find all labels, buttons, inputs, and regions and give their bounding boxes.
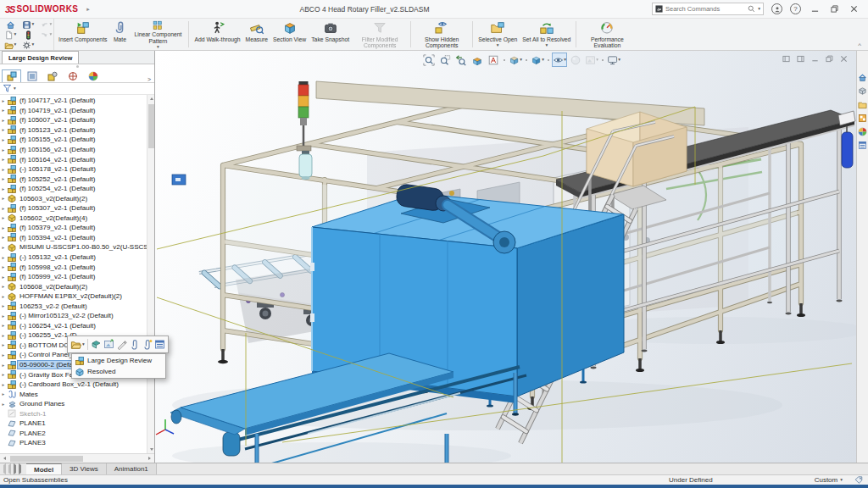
ribbon-insert-components-button[interactable]: Insert Components [56,19,109,49]
panel-tab-dimxpert[interactable] [63,69,82,82]
search-scope-caret[interactable]: ▾ [758,7,760,12]
tree-item[interactable]: Sketch-1 [0,409,147,419]
tree-item[interactable]: PLANE2 [0,429,147,439]
panel-tab-overflow[interactable]: > [147,76,153,82]
taskpane-appearances-tab[interactable] [858,127,867,136]
doc-close-button[interactable] [840,55,848,63]
tree-vertical-scrollbar[interactable] [147,95,154,453]
ribbon-section-view-button[interactable]: Section View [270,19,309,49]
scroll-thumb-h[interactable] [10,456,83,462]
tree-item[interactable]: ▸(-) Cardboard Box_v2-1 (Default) [0,380,147,390]
tree-item[interactable]: PLANE3 [0,438,147,448]
qa-home-button[interactable] [6,20,15,30]
ctx-open-button[interactable]: ▾ [70,339,85,350]
scroll-down-icon[interactable] [147,446,154,453]
scroll-up-icon[interactable] [147,95,154,103]
qa-save-button[interactable]: ▾ [22,20,35,30]
menu-item-resolved[interactable]: Resolved [72,366,165,377]
hud-apply-scene-button[interactable]: ▾ [584,53,599,67]
tree-horizontal-scrollbar[interactable] [0,453,154,463]
tab-first-icon[interactable] [3,465,6,473]
search-commands-box[interactable]: ▾ [652,3,764,15]
scroll-right-icon[interactable] [145,454,154,463]
hud-edit-appearance-button[interactable] [568,53,583,67]
panel-tab-property[interactable] [22,69,42,82]
doc-pane-right-button[interactable] [797,55,804,63]
tab-last-icon[interactable] [19,465,21,473]
tree-item[interactable]: ▸(f) 105394_v2-1 (Default) [0,233,147,243]
panel-tab-features[interactable] [2,69,21,82]
toolbar-expand-icon[interactable]: ▸ [86,6,90,13]
tree-item[interactable]: ▸(-) Mirror105123_v2-2 (Default) [0,311,147,321]
qa-open-button[interactable]: ▾ [4,41,17,50]
custom-properties-dropdown[interactable]: Custom ▾ [815,476,843,484]
tree-item[interactable]: ▸HOFFMAN E1PBX_v2(Default)(2) [0,291,147,302]
scroll-left-icon[interactable] [0,454,9,463]
tree-item[interactable]: ▸(f) 105155_v2-1 (Default) [0,135,147,145]
panel-tab-display[interactable] [83,69,103,82]
ctx-mate-clip-button[interactable] [129,339,140,350]
viewport-3d-scene[interactable] [155,51,856,463]
tree-item[interactable]: ▸(f) 105254_v2-1 (Default) [0,184,147,194]
tag-editor-icon[interactable] [854,476,863,485]
filter-icon[interactable] [3,84,12,93]
hud-annotation-views-button[interactable] [486,53,501,67]
ctx-isolate-button[interactable] [91,339,102,350]
tree-item[interactable]: ▸(f) 105307_v2-1 (Default) [0,203,147,214]
taskpane-view-palette-tab[interactable] [858,114,867,123]
tree-item[interactable]: ▸(f) 104717_v2-1 (Default) [0,96,147,106]
help-icon[interactable]: ? [790,3,801,14]
tree-item[interactable]: ▸(f) 105998_v2-1 (Default) [0,262,147,272]
ribbon-filter-modified-button[interactable]: Filter Modified Components [352,19,408,49]
ribbon-linear-pattern-button[interactable]: Linear Component Pattern▾ [130,19,186,49]
tree-item[interactable]: ▸(-) 105178_v2-1 (Default) [0,164,147,175]
tree-item[interactable]: ▸105602_v2(Default)(4) [0,214,147,224]
qa-options-button[interactable]: ▾ [22,41,35,50]
taskpane-custom-properties-tab[interactable] [858,141,867,150]
doc-tab-3d-views[interactable]: 3D Views [62,463,107,474]
tree-item[interactable]: ▸(-) 105132_v2-1 (Default) [0,252,147,263]
hud-previous-view-button[interactable] [453,53,469,67]
ctx-smart-mate-button[interactable] [142,339,153,350]
cardboard-box[interactable] [587,112,687,186]
ribbon-show-hidden-button[interactable]: Show Hidden Components [414,19,470,49]
ctx-preview-window-button[interactable] [103,339,114,350]
tree-item[interactable]: ▸105603_v2(Default)(2) [0,193,147,203]
hud-section-view-hud-button[interactable] [470,53,485,67]
tree-item[interactable]: ▸105608_v2(Default)(2) [0,281,147,291]
doc-tab-animation1[interactable]: Animation1 [107,463,157,474]
qa-undo-button[interactable]: ▾ [40,20,53,30]
tree-item[interactable]: ▸Mates [0,389,147,399]
qa-new-document-button[interactable]: ▾ [4,30,17,40]
tree-item[interactable]: ▸(f) 105999_v2-1 (Default) [0,272,147,282]
filter-caret[interactable]: ▾ [14,86,16,92]
signal-tower[interactable] [297,81,312,180]
tree-item[interactable]: ▸106253_v2-2 (Default) [0,301,147,311]
hud-view-orientation-button[interactable]: ▾ [508,53,523,67]
doc-restore-button[interactable] [826,55,833,63]
ctx-component-properties-button[interactable] [154,339,165,350]
tree-item[interactable]: ▸MISUMI U-SSCSP1.00-B0.50_v2(U-SSCSP(304… [0,242,147,252]
taskpane-home-tab[interactable] [858,73,867,82]
hud-display-style-button[interactable]: ▾ [530,53,545,67]
hud-hide-show-items-button[interactable]: ▾ [552,53,567,67]
tree-item[interactable]: ▸Ground Planes [0,399,147,409]
ribbon-walkthrough-button[interactable]: Add Walk-through [192,19,242,49]
tree-item[interactable]: PLANE1 [0,419,147,429]
ribbon-measure-button[interactable]: Measure [243,19,270,49]
search-input[interactable] [665,5,745,13]
ribbon-performance-button[interactable]: Performance Evaluation [579,19,635,49]
scroll-thumb[interactable] [148,104,154,148]
taskpane-resources-tab[interactable] [858,86,867,96]
tree-item[interactable]: ▸(f) 104719_v2-1 (Default) [0,106,147,116]
search-icon[interactable] [748,5,755,13]
tree-item[interactable]: ▸(f) 105252_v2-1 (Default) [0,174,147,184]
taskpane-design-library-tab[interactable] [858,100,867,109]
close-button[interactable] [848,3,860,15]
doc-tab-model[interactable]: Model [26,463,62,474]
ribbon-snapshot-button[interactable]: Take Snapshot [309,19,352,49]
tab-next-icon[interactable] [14,465,16,473]
ctx-pencil-sketch-button[interactable] [116,339,127,350]
tree-item[interactable]: ▸(f) 105007_v2-1 (Default) [0,115,147,125]
qa-large-design-review-traffic-button[interactable] [24,30,33,40]
